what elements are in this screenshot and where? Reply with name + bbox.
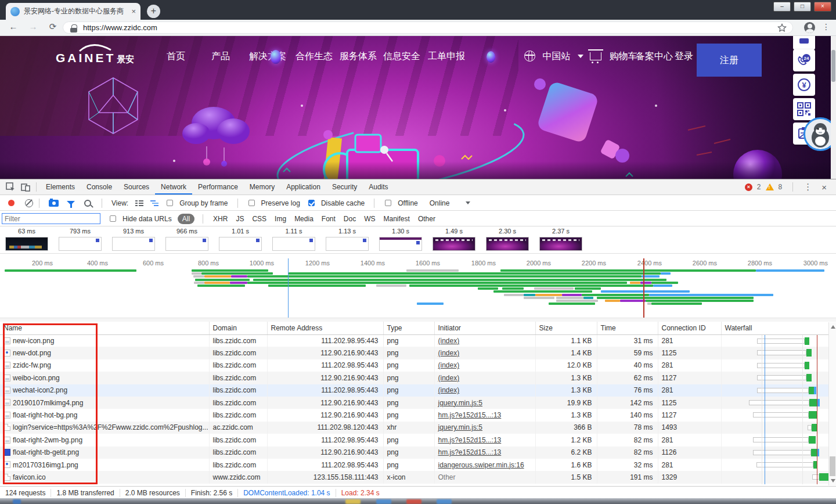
filmstrip-frame[interactable]: 966 ms — [165, 228, 209, 251]
col-type[interactable]: Type — [383, 322, 434, 334]
filter-type-manifest[interactable]: Manifest — [384, 215, 410, 223]
taskbar-icon[interactable] — [406, 499, 421, 504]
nav-service[interactable]: 服务体系 — [340, 36, 377, 77]
login-link[interactable]: 登录 — [675, 36, 693, 77]
filter-type-other[interactable]: Other — [418, 215, 435, 223]
url-text[interactable]: https://www.zzidc.com — [83, 23, 157, 32]
initiator-link[interactable]: hm.js?e152d15...:13 — [438, 436, 502, 444]
tab-memory[interactable]: Memory — [244, 179, 280, 195]
windows-taskbar[interactable] — [0, 498, 836, 504]
filmstrip-frame[interactable]: 913 ms — [111, 228, 156, 251]
qrcode-widget[interactable] — [793, 98, 815, 120]
offline-label[interactable]: Offline — [398, 199, 417, 207]
warning-count[interactable]: 8 — [779, 183, 783, 191]
nav-ticket[interactable]: 工单申报 — [428, 36, 465, 77]
reload-icon[interactable]: ⟳ — [46, 21, 59, 32]
table-row[interactable]: float-right-tb-getit.png libs.zzidc.com1… — [0, 447, 836, 459]
network-overview[interactable]: 200 ms 400 ms 600 ms 800 ms 1000 ms 1200… — [0, 254, 836, 322]
request-rows-icon[interactable] — [135, 200, 143, 206]
initiator-link[interactable]: (index) — [438, 361, 460, 369]
filmstrip-frame[interactable]: 1.11 s — [272, 228, 316, 251]
filter-type-ws[interactable]: WS — [364, 215, 375, 223]
filter-type-all[interactable]: All — [178, 214, 194, 224]
tab-audits[interactable]: Audits — [363, 179, 394, 195]
initiator-link[interactable]: hm.js?e152d15...:13 — [438, 448, 502, 456]
initiator-link[interactable]: jquery.min.js:5 — [438, 423, 482, 431]
table-row[interactable]: new-icon.png libs.zzidc.com111.202.98.95… — [0, 334, 836, 347]
table-row[interactable]: wechat-icon2.png libs.zzidc.com111.202.9… — [0, 384, 836, 397]
offline-checkbox[interactable] — [385, 200, 391, 206]
filmstrip-frame[interactable]: 793 ms — [58, 228, 102, 251]
table-row[interactable]: login?service=https%3A%2F%2Fwww.zzidc.co… — [0, 422, 836, 434]
hide-data-urls-checkbox[interactable] — [110, 215, 116, 222]
service-widget[interactable] — [793, 36, 815, 50]
browser-menu-icon[interactable]: ⋮ — [822, 22, 830, 31]
error-icon[interactable]: × — [745, 183, 752, 191]
table-row[interactable]: favicon.ico www.zzidc.com123.155.158.111… — [0, 471, 836, 483]
bookmark-star-icon[interactable] — [777, 23, 787, 33]
table-row[interactable]: float-right-2wm-bg.png libs.zzidc.com111… — [0, 434, 836, 446]
filmstrip-frame[interactable]: 1.13 s — [325, 228, 369, 251]
filter-input[interactable] — [2, 213, 100, 224]
maximize-button[interactable]: □ — [794, 2, 811, 12]
tab-elements[interactable]: Elements — [40, 179, 81, 195]
locale-switcher[interactable]: 中国站 — [524, 36, 583, 77]
back-icon[interactable]: ← — [7, 21, 20, 31]
table-row[interactable]: weibo-icon.png libs.zzidc.com112.90.216.… — [0, 372, 836, 384]
warning-icon[interactable] — [766, 183, 774, 190]
initiator-link[interactable]: (index) — [438, 349, 460, 357]
filter-type-doc[interactable]: Doc — [344, 215, 356, 223]
address-bar[interactable]: https://www.zzidc.com — [63, 21, 793, 34]
icp-link[interactable]: 备案中心 — [636, 36, 673, 77]
filter-type-media[interactable]: Media — [294, 215, 314, 223]
start-button[interactable] — [13, 499, 21, 504]
initiator-link[interactable]: hm.js?e152d15...:13 — [438, 411, 502, 419]
page-scrollbar-thumb[interactable] — [831, 50, 835, 82]
clear-icon[interactable] — [25, 199, 33, 207]
tab-performance[interactable]: Performance — [192, 179, 244, 195]
scroll-down-icon[interactable] — [831, 479, 835, 483]
col-initiator[interactable]: Initiator — [434, 322, 535, 334]
devtools-close-icon[interactable]: × — [819, 182, 829, 192]
initiator-link[interactable]: Other — [438, 473, 456, 481]
search-icon[interactable] — [84, 200, 91, 207]
throttling-select[interactable]: Online — [430, 199, 450, 207]
col-domain[interactable]: Domain — [209, 322, 267, 334]
cart-link[interactable]: 购物车 — [590, 36, 637, 77]
nav-ecosystem[interactable]: 合作生态 — [296, 36, 333, 77]
filter-icon[interactable] — [67, 201, 75, 205]
table-scrollbar-thumb[interactable] — [830, 456, 835, 476]
filter-type-js[interactable]: JS — [236, 215, 244, 223]
group-by-frame-label[interactable]: Group by frame — [179, 199, 228, 207]
record-button[interactable] — [8, 200, 15, 206]
col-name[interactable]: Name — [0, 322, 209, 334]
filter-type-css[interactable]: CSS — [252, 215, 266, 223]
phone-24-widget[interactable]: 24 — [793, 49, 815, 71]
new-tab-button[interactable]: + — [147, 5, 160, 18]
tab-security[interactable]: Security — [326, 179, 363, 195]
filter-type-xhr[interactable]: XHR — [213, 215, 228, 223]
filmstrip-frame[interactable]: 1.30 s — [379, 228, 423, 251]
filmstrip-frame[interactable]: 1.49 s — [432, 228, 476, 251]
scroll-up-icon[interactable] — [831, 325, 835, 329]
filmstrip-frame[interactable]: 2.30 s — [485, 228, 529, 251]
tab-application[interactable]: Application — [280, 179, 326, 195]
capture-screenshots-icon[interactable] — [49, 200, 59, 207]
minimize-button[interactable]: – — [773, 2, 791, 12]
initiator-link[interactable]: idangerous.swiper.min.js:16 — [438, 461, 524, 469]
preserve-log-label[interactable]: Preserve log — [261, 199, 300, 207]
close-button[interactable]: × — [814, 2, 831, 12]
initiator-link[interactable]: (index) — [438, 374, 460, 382]
filmstrip-frame[interactable]: 2.37 s — [539, 228, 583, 251]
show-overview-icon[interactable] — [150, 200, 158, 206]
tab-close-icon[interactable]: × — [131, 7, 136, 16]
col-remote-address[interactable]: Remote Address — [267, 322, 383, 334]
initiator-link[interactable]: (index) — [438, 337, 460, 345]
filmstrip-frame[interactable]: 63 ms — [5, 228, 49, 251]
hide-data-urls-label[interactable]: Hide data URLs — [122, 215, 172, 223]
tab-network[interactable]: Network — [155, 179, 192, 195]
price-widget[interactable]: ¥ — [793, 74, 815, 96]
taskbar-icon[interactable] — [376, 499, 391, 504]
col-connection-id[interactable]: Connection ID — [658, 322, 721, 334]
error-count[interactable]: 2 — [757, 183, 761, 191]
